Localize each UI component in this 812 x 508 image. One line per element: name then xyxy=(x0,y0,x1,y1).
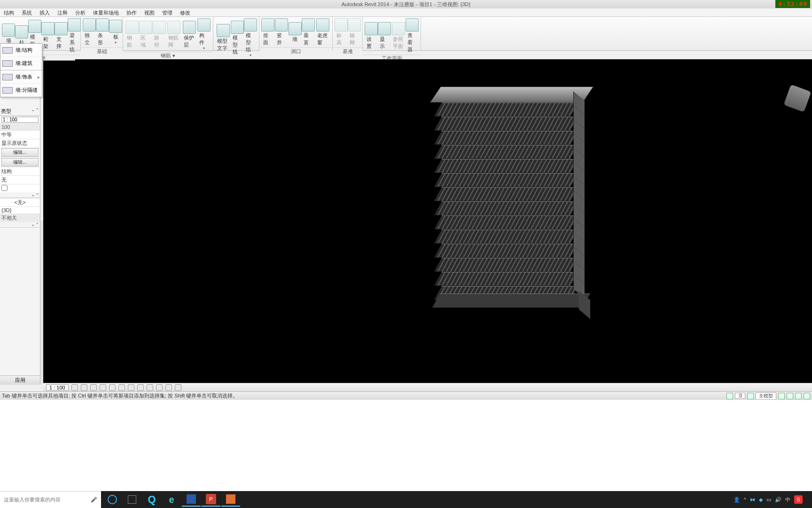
ribbon-vertical[interactable]: 垂直 xyxy=(302,18,315,47)
cortana-icon[interactable] xyxy=(103,492,122,507)
mic-icon[interactable]: 🎤 xyxy=(91,497,97,503)
vc-nav-right-icon[interactable] xyxy=(175,384,181,391)
ribbon-dormer[interactable]: 老虎窗 xyxy=(315,18,330,47)
ribbon-model-group[interactable]: 模型组▾ xyxy=(244,18,257,58)
ribbon-slab[interactable]: 板▾ xyxy=(109,19,122,45)
vc-nav-left-icon[interactable] xyxy=(165,384,172,391)
vc-render-icon[interactable] xyxy=(109,384,116,391)
menu-system[interactable]: 系统 xyxy=(18,8,36,16)
menu-massing[interactable]: 体量和场地 xyxy=(89,8,123,16)
menu-insert[interactable]: 插入 xyxy=(36,8,54,16)
status-icon-1[interactable] xyxy=(726,393,733,399)
view-scale[interactable]: 1 : 100 xyxy=(46,384,69,391)
vc-lock-icon[interactable] xyxy=(137,384,144,391)
ribbon-wall-opening[interactable]: 墙 xyxy=(288,22,302,43)
vc-detail-icon[interactable] xyxy=(71,384,78,391)
menu-annotate[interactable]: 注释 xyxy=(54,8,71,16)
ribbon-model-line[interactable]: 模型线 xyxy=(231,20,244,56)
vc-shadow-icon[interactable] xyxy=(100,384,106,391)
ribbon-byface[interactable]: 按面 xyxy=(261,18,275,47)
show-icon xyxy=(378,22,391,35)
menu-modify[interactable]: 修改 xyxy=(176,8,194,16)
edit-button-2[interactable]: 编辑... xyxy=(1,158,39,167)
3d-viewport[interactable]: 构× // floors generated below via JS afte… xyxy=(43,59,812,388)
isolated-icon xyxy=(83,18,96,32)
tray-sogou-icon[interactable]: S xyxy=(794,495,803,504)
vc-reveal-icon[interactable] xyxy=(156,384,163,391)
ribbon-viewer[interactable]: 查看器 xyxy=(406,18,419,54)
vc-hide-icon[interactable] xyxy=(147,384,153,391)
ribbon-grid: 轴网 xyxy=(348,18,361,47)
menu-manage[interactable]: 管理 xyxy=(158,8,176,16)
extents-expander[interactable]: ⌄ ⌃ xyxy=(0,222,40,228)
rebar-icon xyxy=(125,21,139,34)
menu-view[interactable]: 视图 xyxy=(141,8,158,16)
building-model: // floors generated below via JS after d… xyxy=(438,87,584,308)
tray-people-icon[interactable]: 👤 xyxy=(734,497,740,503)
identity-expander[interactable]: ⌄ ⌃ xyxy=(0,192,40,198)
ribbon-strip[interactable]: 条形 xyxy=(96,18,109,47)
tray-bluetooth-icon[interactable]: ⧓ xyxy=(750,497,755,503)
edge-icon[interactable]: e xyxy=(162,492,181,507)
detail-level[interactable]: 中等 xyxy=(0,130,40,139)
ribbon-rebar: 钢筋 xyxy=(125,20,139,49)
vc-style-icon[interactable] xyxy=(81,384,87,391)
status-link-icon[interactable] xyxy=(804,393,810,399)
status-select-icon[interactable] xyxy=(787,393,793,399)
status-bar: Tab 键并单击可选择其他项目; 按 Ctrl 键并单击可将新项目添加到选择集;… xyxy=(0,391,812,400)
vc-sun-icon[interactable] xyxy=(90,384,97,391)
ribbon-brace[interactable]: 支撑 xyxy=(55,22,68,50)
view-tab[interactable]: 构× xyxy=(43,59,75,61)
menu-structure[interactable]: 结构 xyxy=(0,8,18,16)
tray-up-icon[interactable]: ^ xyxy=(744,497,746,502)
windows-search[interactable]: 这里输入你要搜索的内容 🎤 xyxy=(0,491,101,508)
wall-reveal-icon xyxy=(2,87,13,94)
none-row[interactable]: 无 xyxy=(0,175,40,184)
wall-arch-icon xyxy=(2,60,13,67)
task-view-icon[interactable] xyxy=(123,492,141,507)
discipline[interactable]: 结构 xyxy=(0,167,40,175)
vc-crop-icon[interactable] xyxy=(118,384,125,391)
visibility[interactable]: 显示原状态 xyxy=(0,139,40,147)
view-cube[interactable] xyxy=(784,85,812,112)
status-drag-icon[interactable] xyxy=(795,393,802,399)
properties-panel: 构 × 类型⌄ ⌃ 100 中等 显示原状态 编辑... 编辑... 结构 无 … xyxy=(0,51,40,385)
dependency: 不相关 xyxy=(0,214,40,222)
status-icon-2[interactable] xyxy=(747,393,754,399)
apply-button[interactable]: 应用 xyxy=(0,375,40,385)
wall-structural[interactable]: 墙:结构 xyxy=(0,44,42,57)
powerpoint-icon[interactable]: P xyxy=(202,492,220,507)
recorder-icon[interactable] xyxy=(221,492,240,507)
ribbon-fabric: 钢筋网 xyxy=(166,20,182,49)
ribbon-set[interactable]: 设置 xyxy=(365,22,378,50)
ribbon-shaft[interactable]: 竖井 xyxy=(275,18,289,47)
ribbon-show[interactable]: 显示 xyxy=(378,22,391,50)
tray-battery-icon[interactable]: ▭ xyxy=(766,497,771,503)
scale-input[interactable] xyxy=(1,117,39,123)
wall-sweep[interactable]: 墙:饰条▸ xyxy=(0,70,42,84)
id-none[interactable]: <无> xyxy=(0,198,40,206)
ribbon-model-text[interactable]: 模型文字 xyxy=(215,24,231,52)
ribbon-beam-system[interactable]: 梁系统 xyxy=(68,18,81,54)
ribbon-truss[interactable]: 桁架 xyxy=(41,22,55,50)
type-selector[interactable]: 类型⌄ ⌃ xyxy=(0,107,40,116)
ribbon-component[interactable]: 构件▾ xyxy=(197,18,211,51)
tray-ime-icon[interactable]: 中 xyxy=(785,496,790,503)
wall-architectural[interactable]: 墙:建筑 xyxy=(0,57,42,70)
status-filter-icon[interactable] xyxy=(778,393,785,399)
tray-security-icon[interactable]: ◆ xyxy=(759,497,763,503)
prop-checkbox[interactable] xyxy=(1,185,8,191)
menu-analyze[interactable]: 分析 xyxy=(71,8,89,16)
tray-volume-icon[interactable]: 🔊 xyxy=(775,497,781,503)
browser-q-icon[interactable]: Q xyxy=(142,492,161,507)
vc-crop-region-icon[interactable] xyxy=(128,384,134,391)
menu-collaborate[interactable]: 协作 xyxy=(123,8,141,16)
status-zero[interactable]: :0 xyxy=(735,393,745,399)
fabric-icon xyxy=(167,21,180,34)
revit-taskbar-icon[interactable] xyxy=(182,492,201,507)
ribbon-cover[interactable]: 保护层 xyxy=(182,20,197,49)
status-model[interactable]: 主模型 xyxy=(756,392,776,400)
edit-button-1[interactable]: 编辑... xyxy=(1,148,39,157)
wall-reveal[interactable]: 墙:分隔缝 xyxy=(0,84,42,97)
ribbon-isolated[interactable]: 独立 xyxy=(83,18,96,47)
